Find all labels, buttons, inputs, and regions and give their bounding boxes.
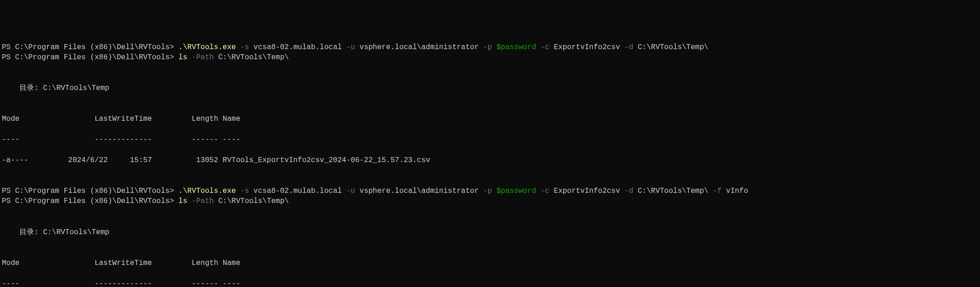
flag-path: -Path xyxy=(192,53,214,62)
cmd-ls: ls xyxy=(178,53,187,62)
directory-label-1: 目录: C:\RVTools\Temp xyxy=(2,84,109,92)
arg-password: $password xyxy=(496,43,536,51)
ps-prompt: PS xyxy=(2,53,15,62)
ps-prompt: PS xyxy=(2,43,15,51)
command-line-1: PS C:\Program Files (x86)\Dell\RVTools> … xyxy=(2,42,978,52)
ps-path: C:\Program Files (x86)\Dell\RVTools xyxy=(15,53,170,62)
flag-p: -p xyxy=(483,43,492,51)
flag-d: -d xyxy=(625,187,633,195)
flag-c: -c xyxy=(540,187,549,195)
ps-path: C:\Program Files (x86)\Dell\RVTools xyxy=(15,43,170,51)
table-header-sep-2: ---- ------------- ------ ---- xyxy=(2,279,978,287)
executable: .\RVTools.exe xyxy=(178,187,236,195)
command-line-4: PS C:\Program Files (x86)\Dell\RVTools> … xyxy=(2,196,978,206)
cmd-ls: ls xyxy=(178,197,187,205)
flag-u: -u xyxy=(346,187,355,195)
arg-user: vsphere.local\administrator xyxy=(360,43,479,51)
arg-cmd: ExportvInfo2csv xyxy=(554,43,620,51)
flag-path: -Path xyxy=(192,197,214,205)
arg-path: C:\RVTools\Temp\ xyxy=(218,53,289,62)
directory-label-2: 目录: C:\RVTools\Temp xyxy=(2,228,109,236)
flag-f: -f xyxy=(713,187,722,195)
flag-s: -s xyxy=(241,187,249,195)
flag-d: -d xyxy=(625,43,633,51)
flag-s: -s xyxy=(241,43,249,51)
ps-arrow: > xyxy=(170,197,178,205)
flag-u: -u xyxy=(346,43,355,51)
executable: .\RVTools.exe xyxy=(178,43,236,51)
arg-file: vInfo xyxy=(726,187,748,195)
ps-path: C:\Program Files (x86)\Dell\RVTools xyxy=(15,197,170,205)
flag-p: -p xyxy=(483,187,492,195)
ps-arrow: > xyxy=(170,187,178,195)
ps-arrow: > xyxy=(170,53,178,62)
flag-c: -c xyxy=(540,43,549,51)
ps-prompt: PS xyxy=(2,197,15,205)
table-header-2: Mode LastWriteTime Length Name xyxy=(2,248,978,268)
arg-password: $password xyxy=(496,187,536,195)
ps-path: C:\Program Files (x86)\Dell\RVTools xyxy=(15,187,170,195)
arg-dest: C:\RVTools\Temp\ xyxy=(638,43,709,51)
table-header-sep-1: ---- ------------- ------ ---- xyxy=(2,135,978,145)
ps-prompt: PS xyxy=(2,187,15,195)
command-line-2: PS C:\Program Files (x86)\Dell\RVTools> … xyxy=(2,52,978,62)
arg-user: vsphere.local\administrator xyxy=(360,187,479,195)
arg-path: C:\RVTools\Temp\ xyxy=(218,197,289,205)
arg-host: vcsa8-02.mulab.local xyxy=(253,187,342,195)
arg-dest: C:\RVTools\Temp\ xyxy=(638,187,709,195)
arg-cmd: ExportvInfo2csv xyxy=(554,187,620,195)
ps-arrow: > xyxy=(170,43,178,51)
table-header-1: Mode LastWriteTime Length Name xyxy=(2,104,978,124)
table-row: -a---- 2024/6/22 15:57 13052 RVTools_Exp… xyxy=(2,155,978,165)
arg-host: vcsa8-02.mulab.local xyxy=(253,43,342,51)
